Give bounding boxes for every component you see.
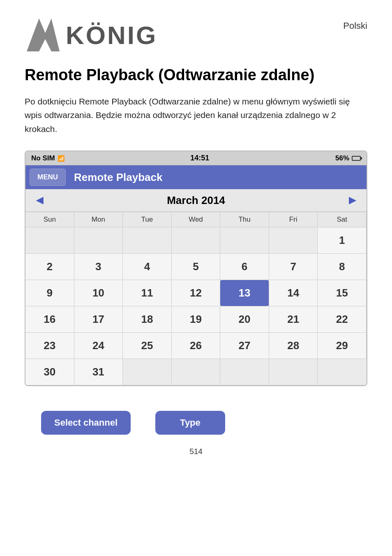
nav-title: Remote Playback [74,171,162,184]
nav-bar: MENU Remote Playback [25,165,367,189]
cal-day-14[interactable]: 14 [269,280,318,306]
cal-day-21[interactable]: 21 [269,306,318,333]
cal-day-24[interactable]: 24 [74,333,123,359]
type-button[interactable]: Type [155,411,225,435]
cal-day-15[interactable]: 15 [318,280,367,306]
bottom-buttons: Select channel Type [25,411,367,435]
day-header-thu: Thu [220,212,269,227]
day-header-sun: Sun [25,212,74,227]
logo-icon [25,16,62,53]
cal-day-10[interactable]: 10 [74,280,123,306]
cal-day-12[interactable]: 12 [172,280,221,306]
cal-cell [269,227,318,254]
cal-day-7[interactable]: 7 [269,254,318,280]
cal-cell [74,227,123,254]
calendar-grid: Sun Mon Tue Wed Thu Fri Sat 1 2 3 4 5 [25,212,367,385]
cal-day-9[interactable]: 9 [25,280,74,306]
cal-day-18[interactable]: 18 [123,306,172,333]
logo-text: KÖNIG [66,21,157,50]
status-right: 56% [335,154,361,162]
cal-day-2[interactable]: 2 [25,254,74,280]
cal-day-1[interactable]: 1 [318,227,367,254]
page-number: 514 [25,447,367,456]
language-label: Polski [343,21,367,31]
cal-day-20[interactable]: 20 [220,306,269,333]
status-bar: No SIM 📶 14:51 56% [25,151,367,165]
cal-day-13[interactable]: 13 [220,280,269,306]
calendar-month-year: March 2014 [167,194,225,207]
cal-cell [220,359,269,385]
cal-day-30[interactable]: 30 [25,359,74,385]
cal-day-29[interactable]: 29 [318,333,367,359]
cal-cell [123,227,172,254]
cal-day-31[interactable]: 31 [74,359,123,385]
cal-day-17[interactable]: 17 [74,306,123,333]
wifi-icon: 📶 [58,155,65,162]
day-header-mon: Mon [74,212,123,227]
cal-day-28[interactable]: 28 [269,333,318,359]
phone-mockup: No SIM 📶 14:51 56% MENU Remote Playback … [25,151,367,386]
cal-cell [123,359,172,385]
cal-day-11[interactable]: 11 [123,280,172,306]
cal-day-16[interactable]: 16 [25,306,74,333]
cal-day-8[interactable]: 8 [318,254,367,280]
next-month-button[interactable]: ▶ [345,193,360,207]
cal-day-23[interactable]: 23 [25,333,74,359]
cal-day-26[interactable]: 26 [172,333,221,359]
day-header-sat: Sat [318,212,367,227]
status-time: 14:51 [190,154,209,162]
cal-cell [269,359,318,385]
description-text: Po dotknięciu Remote Playback (Odtwarzan… [25,95,367,136]
cal-cell [220,227,269,254]
svg-marker-0 [27,19,60,51]
battery-percent: 56% [335,154,349,162]
page: KÖNIG Polski Remote Playback (Odtwarzani… [0,0,392,556]
day-header-wed: Wed [172,212,221,227]
day-header-fri: Fri [269,212,318,227]
cal-cell [25,227,74,254]
day-header-tue: Tue [123,212,172,227]
calendar-header: ◀ March 2014 ▶ [25,189,367,212]
logo: KÖNIG [25,16,157,53]
page-title: Remote Playback (Odtwarzanie zdalne) [25,66,367,85]
cal-day-3[interactable]: 3 [74,254,123,280]
status-left: No SIM 📶 [31,154,65,162]
cal-day-27[interactable]: 27 [220,333,269,359]
prev-month-button[interactable]: ◀ [32,193,47,207]
cal-day-4[interactable]: 4 [123,254,172,280]
select-channel-button[interactable]: Select channel [41,411,131,435]
battery-icon [352,156,361,161]
cal-cell [172,359,221,385]
cal-cell [172,227,221,254]
cal-day-19[interactable]: 19 [172,306,221,333]
page-header: KÖNIG Polski [25,16,367,53]
menu-button[interactable]: MENU [30,169,66,186]
cal-day-6[interactable]: 6 [220,254,269,280]
cal-day-22[interactable]: 22 [318,306,367,333]
calendar: ◀ March 2014 ▶ Sun Mon Tue Wed Thu Fri S… [25,189,367,385]
cal-day-5[interactable]: 5 [172,254,221,280]
no-sim-label: No SIM [31,154,55,162]
cal-cell [318,359,367,385]
cal-day-25[interactable]: 25 [123,333,172,359]
